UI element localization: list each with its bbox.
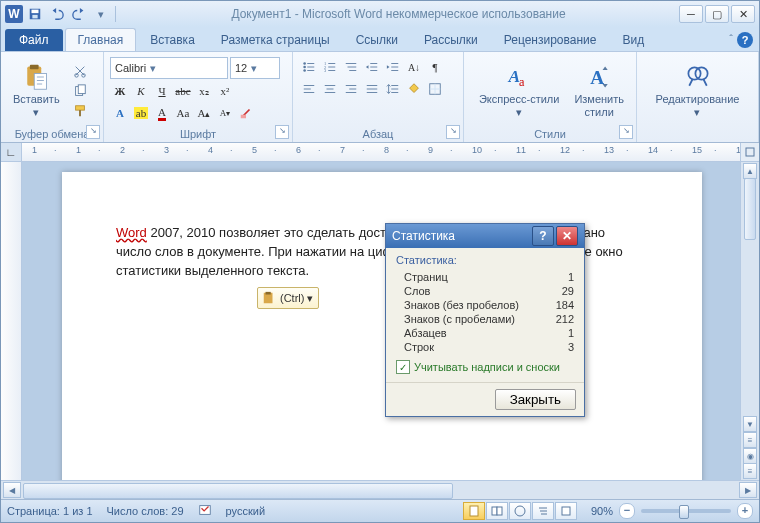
scroll-up-icon[interactable]: ▲: [743, 163, 757, 179]
change-styles-button[interactable]: A Изменить стили: [568, 55, 630, 126]
increase-indent-icon[interactable]: [383, 57, 403, 77]
vscroll-thumb[interactable]: [744, 178, 756, 240]
show-marks-icon[interactable]: ¶: [425, 57, 445, 77]
vertical-ruler[interactable]: [1, 162, 22, 480]
font-size-combo[interactable]: 12▾: [230, 57, 280, 79]
view-buttons: [463, 502, 577, 520]
bullets-icon[interactable]: [299, 57, 319, 77]
include-textboxes-checkbox[interactable]: ✓ Учитывать надписи и сноски: [396, 360, 574, 374]
align-right-icon[interactable]: [341, 79, 361, 99]
align-center-icon[interactable]: [320, 79, 340, 99]
prev-page-icon[interactable]: ≡: [743, 432, 757, 448]
highlight-icon[interactable]: ab: [131, 103, 151, 123]
tab-insert[interactable]: Вставка: [138, 29, 207, 51]
status-language[interactable]: русский: [226, 505, 265, 517]
next-page-icon[interactable]: ≡: [743, 463, 757, 479]
svg-text:A: A: [590, 67, 604, 88]
tab-file[interactable]: Файл: [5, 29, 63, 51]
save-icon[interactable]: [25, 4, 45, 24]
borders-icon[interactable]: [425, 79, 445, 99]
cut-icon[interactable]: [70, 62, 90, 80]
zoom-level[interactable]: 90%: [591, 505, 613, 517]
paste-options-tag[interactable]: (Ctrl) ▾: [257, 287, 319, 309]
clipboard-launcher[interactable]: ↘: [86, 125, 100, 139]
tab-mailings[interactable]: Рассылки: [412, 29, 490, 51]
zoom-slider[interactable]: [641, 509, 731, 513]
view-print-layout-icon[interactable]: [463, 502, 485, 520]
copy-icon[interactable]: [70, 82, 90, 100]
clear-formatting-icon[interactable]: [236, 103, 256, 123]
ruler-toggle-icon[interactable]: [740, 143, 759, 161]
underline-icon[interactable]: Ч: [152, 81, 172, 101]
change-case-icon[interactable]: Aa: [173, 103, 193, 123]
text-effects-icon[interactable]: A: [110, 103, 130, 123]
vertical-scrollbar[interactable]: ▲ ▼ ≡ ◉ ≡: [740, 162, 759, 480]
scroll-down-icon[interactable]: ▼: [743, 416, 757, 432]
help-icon[interactable]: ?: [737, 32, 753, 48]
ribbon-minimize-icon[interactable]: ˆ: [729, 33, 733, 45]
align-left-icon[interactable]: [299, 79, 319, 99]
paste-button[interactable]: Вставить▾: [7, 55, 66, 126]
justify-icon[interactable]: [362, 79, 382, 99]
svg-point-13: [303, 62, 306, 65]
status-page[interactable]: Страница: 1 из 1: [7, 505, 93, 517]
styles-launcher[interactable]: ↘: [619, 125, 633, 139]
tab-references[interactable]: Ссылки: [344, 29, 410, 51]
bold-icon[interactable]: Ж: [110, 81, 130, 101]
dialog-titlebar[interactable]: Статистика ? ✕: [386, 224, 584, 248]
qat-customize-icon[interactable]: ▾: [91, 4, 111, 24]
tab-selector[interactable]: ∟: [1, 143, 22, 161]
maximize-button[interactable]: ▢: [705, 5, 729, 23]
titlebar: W ▾ Документ1 - Microsoft Word некоммерч…: [1, 1, 759, 27]
font-color-icon[interactable]: A: [152, 103, 172, 123]
tab-review[interactable]: Рецензирование: [492, 29, 609, 51]
view-reading-icon[interactable]: [486, 502, 508, 520]
tab-view[interactable]: Вид: [610, 29, 656, 51]
svg-point-14: [303, 66, 306, 69]
view-draft-icon[interactable]: [555, 502, 577, 520]
paste-icon: [22, 63, 50, 91]
multilevel-icon[interactable]: [341, 57, 361, 77]
italic-icon[interactable]: К: [131, 81, 151, 101]
document-area[interactable]: Word 2007, 2010 позволяет это сделать до…: [22, 162, 740, 480]
scroll-right-icon[interactable]: ▶: [739, 482, 757, 498]
numbering-icon[interactable]: 123: [320, 57, 340, 77]
view-outline-icon[interactable]: [532, 502, 554, 520]
scroll-left-icon[interactable]: ◀: [3, 482, 21, 498]
sort-icon[interactable]: A↓: [404, 57, 424, 77]
dialog-close-button[interactable]: Закрыть: [495, 389, 576, 410]
close-window-button[interactable]: ✕: [731, 5, 755, 23]
font-launcher[interactable]: ↘: [275, 125, 289, 139]
superscript-icon[interactable]: x²: [215, 81, 235, 101]
hscroll-thumb[interactable]: [23, 483, 453, 499]
dialog-help-icon[interactable]: ?: [532, 226, 554, 246]
format-painter-icon[interactable]: [70, 102, 90, 120]
subscript-icon[interactable]: x₂: [194, 81, 214, 101]
shading-icon[interactable]: [404, 79, 424, 99]
quick-styles-button[interactable]: Aa Экспресс-стили ▾: [470, 55, 568, 126]
font-name-combo[interactable]: Calibri▾: [110, 57, 228, 79]
status-proofing-icon[interactable]: [198, 503, 212, 519]
undo-icon[interactable]: [47, 4, 67, 24]
tab-home[interactable]: Главная: [65, 28, 137, 51]
svg-text:a: a: [519, 75, 525, 89]
strike-icon[interactable]: abc: [173, 81, 193, 101]
editing-button[interactable]: Редактирование▾: [643, 55, 752, 126]
horizontal-scrollbar[interactable]: ◀ ▶: [1, 480, 759, 499]
shrink-font-icon[interactable]: A▾: [215, 103, 235, 123]
zoom-thumb[interactable]: [679, 505, 689, 519]
browse-object-icon[interactable]: ◉: [743, 448, 757, 464]
view-web-icon[interactable]: [509, 502, 531, 520]
horizontal-ruler-scale[interactable]: 1·1·2·3·4·5·6·7·8·9·10·11·12·13·14·15·16: [22, 143, 740, 161]
zoom-in-icon[interactable]: +: [737, 503, 753, 519]
line-spacing-icon[interactable]: [383, 79, 403, 99]
grow-font-icon[interactable]: A▴: [194, 103, 214, 123]
paragraph-launcher[interactable]: ↘: [446, 125, 460, 139]
tab-layout[interactable]: Разметка страницы: [209, 29, 342, 51]
minimize-button[interactable]: ─: [679, 5, 703, 23]
status-word-count[interactable]: Число слов: 29: [107, 505, 184, 517]
zoom-out-icon[interactable]: −: [619, 503, 635, 519]
dialog-close-icon[interactable]: ✕: [556, 226, 578, 246]
redo-icon[interactable]: [69, 4, 89, 24]
decrease-indent-icon[interactable]: [362, 57, 382, 77]
